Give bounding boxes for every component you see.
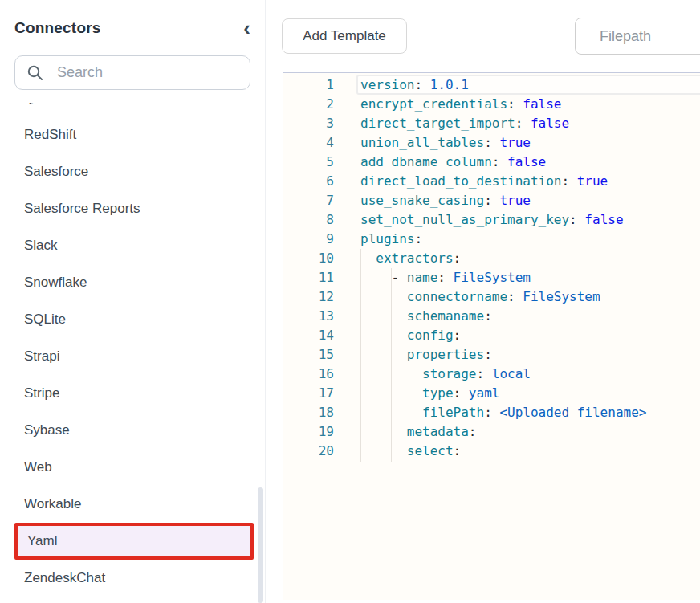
sidebar-item-label: Snowflake — [24, 275, 87, 291]
sidebar-item-label: RedShift — [24, 127, 76, 143]
code-text: properties: — [360, 345, 492, 365]
collapse-sidebar-icon[interactable]: ‹ — [240, 20, 254, 36]
search-input[interactable]: Search — [14, 55, 250, 90]
sidebar-item-label: Workable — [24, 496, 82, 512]
code-rows: 1version: 1.0.12encrypt_credentials: fal… — [283, 75, 700, 461]
code-line[interactable]: 14 config: — [283, 326, 700, 345]
sidebar-item-snowflake[interactable]: Snowflake — [0, 264, 265, 301]
sidebar-item-salesforce[interactable]: Salesforce — [0, 153, 265, 190]
code-line[interactable]: 2encrypt_credentials: false — [283, 95, 700, 114]
code-text: direct_target_import: false — [360, 114, 569, 133]
connectors-sidebar: QuickbooksRedShiftSalesforceSalesforce R… — [0, 0, 266, 603]
sidebar-item-label: SQLite — [24, 312, 66, 328]
code-text: set_not_null_as_primary_key: false — [360, 210, 624, 230]
code-line[interactable]: 20 select: — [283, 442, 700, 461]
code-text: extractors: — [360, 249, 461, 268]
code-text: config: — [360, 326, 461, 345]
sidebar-item-label: Strapi — [24, 348, 59, 365]
line-number: 4 — [283, 133, 334, 153]
code-line[interactable]: 5add_dbname_column: false — [283, 153, 700, 172]
filepath-input[interactable] — [575, 18, 700, 55]
sidebar-item-sqlite[interactable]: SQLite — [0, 301, 265, 338]
code-text: select: — [360, 442, 461, 461]
line-number: 12 — [283, 287, 334, 307]
yaml-code-editor[interactable]: 1version: 1.0.12encrypt_credentials: fal… — [283, 72, 700, 600]
magnifier-icon — [26, 64, 44, 82]
code-text: direct_load_to_destination: true — [360, 172, 608, 191]
code-text: version: 1.0.1 — [360, 75, 469, 95]
code-line[interactable]: 8set_not_null_as_primary_key: false — [283, 210, 700, 230]
line-number: 2 — [283, 95, 334, 114]
line-number: 3 — [283, 114, 334, 133]
sidebar-item-redshift[interactable]: RedShift — [0, 116, 265, 153]
line-number: 7 — [283, 191, 334, 210]
sidebar-item-label: ZendeskChat — [24, 570, 105, 586]
code-text: storage: local — [360, 365, 531, 384]
sidebar-item-workable[interactable]: Workable — [0, 486, 265, 523]
code-text: encrypt_credentials: false — [360, 95, 561, 114]
code-line[interactable]: 12 connectorname: FileSystem — [283, 287, 700, 307]
code-text: union_all_tables: true — [360, 133, 531, 153]
line-number: 11 — [283, 268, 334, 287]
code-line[interactable]: 4union_all_tables: true — [283, 133, 700, 153]
line-number: 6 — [283, 172, 334, 191]
sidebar-item-yaml[interactable]: Yaml — [14, 523, 254, 560]
code-text: type: yaml — [360, 384, 499, 403]
sidebar-item-label: Salesforce Reports — [24, 201, 140, 217]
sidebar-item-strapi[interactable]: Strapi — [0, 338, 265, 375]
sidebar-item-slack[interactable]: Slack — [0, 227, 265, 264]
line-number: 18 — [283, 403, 334, 422]
sidebar-item-zendeskchat[interactable]: ZendeskChat — [0, 560, 265, 597]
code-text: connectorname: FileSystem — [360, 287, 600, 307]
line-number: 5 — [283, 153, 334, 172]
sidebar-scrollbar-thumb[interactable] — [258, 487, 263, 603]
code-line[interactable]: 17 type: yaml — [283, 384, 700, 403]
code-line[interactable]: 6direct_load_to_destination: true — [283, 172, 700, 191]
code-line[interactable]: 18 filePath: <Uploaded filename> — [283, 403, 700, 422]
line-number: 17 — [283, 384, 334, 403]
line-number: 20 — [283, 442, 334, 461]
add-template-button[interactable]: Add Template — [282, 18, 407, 54]
code-line[interactable]: 13 schemaname: — [283, 307, 700, 326]
sidebar-item-web[interactable]: Web — [0, 449, 265, 486]
code-text: metadata: — [360, 422, 477, 442]
line-number: 8 — [283, 210, 334, 230]
code-line[interactable]: 1version: 1.0.1 — [283, 75, 700, 95]
code-text: - name: FileSystem — [360, 268, 531, 287]
line-number: 19 — [283, 422, 334, 442]
line-number: 16 — [283, 365, 334, 384]
line-number: 13 — [283, 307, 334, 326]
sidebar-item-sybase[interactable]: Sybase — [0, 412, 265, 449]
sidebar-item-label: Web — [24, 459, 52, 475]
code-text: use_snake_casing: true — [360, 191, 531, 210]
code-line[interactable]: 19 metadata: — [283, 422, 700, 442]
code-text: schemaname: — [360, 307, 492, 326]
code-text: add_dbname_column: false — [360, 153, 546, 172]
sidebar-item-label: Slack — [24, 238, 58, 254]
sidebar-item-salesforce-reports[interactable]: Salesforce Reports — [0, 190, 265, 227]
connector-list: QuickbooksRedShiftSalesforceSalesforce R… — [0, 79, 265, 603]
line-number: 14 — [283, 326, 334, 345]
code-line[interactable]: 7use_snake_casing: true — [283, 191, 700, 210]
line-number: 9 — [283, 230, 334, 249]
code-text: plugins: — [360, 230, 422, 249]
sidebar-item-label: Stripe — [24, 385, 59, 401]
search-placeholder: Search — [57, 64, 103, 81]
line-number: 1 — [283, 75, 334, 95]
sidebar-item-label: Sybase — [24, 422, 70, 438]
code-line[interactable]: 15 properties: — [283, 345, 700, 365]
line-number: 15 — [283, 345, 334, 365]
sidebar-item-label: Salesforce — [24, 164, 88, 180]
sidebar-item-stripe[interactable]: Stripe — [0, 375, 265, 412]
code-line[interactable]: 16 storage: local — [283, 365, 700, 384]
sidebar-title: Connectors — [14, 19, 101, 37]
code-text: filePath: <Uploaded filename> — [360, 403, 646, 422]
code-line[interactable]: 3direct_target_import: false — [283, 114, 700, 133]
code-line[interactable]: 10 extractors: — [283, 249, 700, 268]
line-number: 10 — [283, 249, 334, 268]
code-line[interactable]: 11 - name: FileSystem — [283, 268, 700, 287]
code-line[interactable]: 9plugins: — [283, 230, 700, 249]
sidebar-item-label: Yaml — [27, 533, 57, 549]
